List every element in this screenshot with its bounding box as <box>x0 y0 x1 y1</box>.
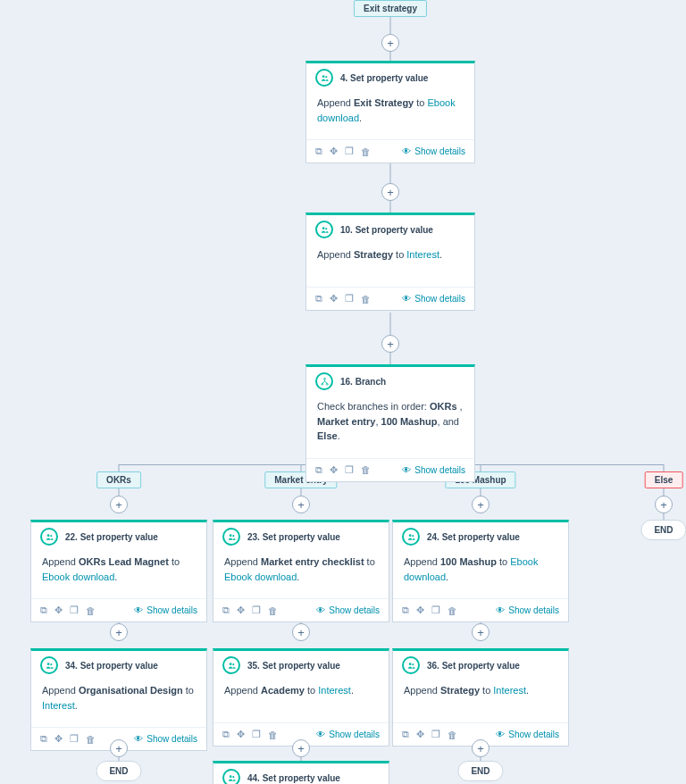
show-details-link[interactable]: 👁Show details <box>316 605 380 615</box>
workflow-card-22[interactable]: 22. Set property value Append OKRs Lead … <box>30 520 207 622</box>
show-details-link[interactable]: 👁Show details <box>134 734 197 744</box>
delete-icon[interactable]: 🗑 <box>268 605 278 616</box>
workflow-card-16-branch[interactable]: 16. Branch Check branches in order: OKRs… <box>305 364 475 482</box>
workflow-card-24[interactable]: 24. Set property value Append 100 Mashup… <box>392 520 569 622</box>
workflow-card-23[interactable]: 23. Set property value Append Market ent… <box>213 520 389 622</box>
svg-point-7 <box>46 534 49 537</box>
eye-icon: 👁 <box>316 730 325 739</box>
show-details-link[interactable]: 👁Show details <box>496 605 559 615</box>
add-step-button[interactable] <box>472 623 489 641</box>
move-icon[interactable]: ✥ <box>54 605 63 616</box>
copy-icon[interactable]: ⧉ <box>222 605 230 616</box>
clone-icon[interactable]: ❐ <box>345 464 354 476</box>
move-icon[interactable]: ✥ <box>330 146 338 157</box>
copy-icon[interactable]: ⧉ <box>315 146 322 157</box>
move-icon[interactable]: ✥ <box>237 729 245 740</box>
move-icon[interactable]: ✥ <box>416 729 424 740</box>
eye-icon: 👁 <box>316 605 325 615</box>
clone-icon[interactable]: ❐ <box>70 733 79 745</box>
workflow-card-44[interactable]: 44. Set property value Append Strategy t… <box>213 761 389 784</box>
copy-icon[interactable]: ⧉ <box>402 605 409 616</box>
show-details-link[interactable]: 👁Show details <box>496 730 559 739</box>
clone-icon[interactable]: ❐ <box>70 605 79 616</box>
clone-icon[interactable]: ❐ <box>431 605 440 616</box>
add-step-button[interactable] <box>292 739 310 757</box>
copy-icon[interactable]: ⧉ <box>222 729 230 740</box>
copy-icon[interactable]: ⧉ <box>315 293 322 304</box>
add-step-button[interactable] <box>381 335 399 353</box>
contacts-icon <box>222 656 240 674</box>
workflow-card-4[interactable]: 4. Set property value Append Exit Strate… <box>305 61 475 163</box>
label-text: Else <box>655 475 673 485</box>
show-details-link[interactable]: 👁 Show details <box>402 465 465 475</box>
clone-icon[interactable]: ❐ <box>252 605 261 616</box>
add-step-button[interactable] <box>110 623 128 641</box>
add-step-button[interactable] <box>472 739 489 757</box>
copy-icon[interactable]: ⧉ <box>402 729 409 740</box>
add-step-button[interactable] <box>292 496 310 513</box>
card-title: 10. Set property value <box>340 225 433 235</box>
show-details-link[interactable]: 👁Show details <box>134 605 197 615</box>
svg-point-0 <box>322 75 324 78</box>
eye-icon: 👁 <box>134 734 143 744</box>
svg-point-12 <box>412 535 414 537</box>
delete-icon[interactable]: 🗑 <box>86 734 96 745</box>
branch-label-okrs[interactable]: OKRs <box>96 471 141 488</box>
workflow-card-34[interactable]: 34. Set property value Append Organisati… <box>30 648 207 751</box>
svg-point-16 <box>232 663 234 665</box>
clone-icon[interactable]: ❐ <box>431 729 440 740</box>
workflow-card-35[interactable]: 35. Set property value Append Academy to… <box>213 648 389 746</box>
add-step-button[interactable] <box>381 183 399 201</box>
add-step-button[interactable] <box>110 496 128 513</box>
card-title: 44. Set property value <box>247 773 340 783</box>
card-body: Check branches in order: OKRs , Market e… <box>306 396 474 458</box>
svg-point-11 <box>408 534 411 537</box>
card-body: Append Market entry checklist to Ebook d… <box>213 551 389 598</box>
clone-icon[interactable]: ❐ <box>345 146 354 157</box>
move-icon[interactable]: ✥ <box>330 293 338 304</box>
show-details-link[interactable]: 👁 Show details <box>402 294 465 304</box>
copy-icon[interactable]: ⧉ <box>40 733 47 745</box>
move-icon[interactable]: ✥ <box>54 733 63 745</box>
delete-icon[interactable]: 🗑 <box>361 464 371 475</box>
copy-icon[interactable]: ⧉ <box>40 605 47 616</box>
eye-icon: 👁 <box>402 294 411 304</box>
contacts-icon <box>315 69 333 87</box>
label-text: OKRs <box>106 475 131 485</box>
delete-icon[interactable]: 🗑 <box>448 730 457 740</box>
show-details-link[interactable]: 👁Show details <box>316 730 380 739</box>
add-step-button[interactable] <box>472 496 489 513</box>
branch-label-exit-strategy[interactable]: Exit strategy <box>354 0 427 17</box>
clone-icon[interactable]: ❐ <box>252 729 261 740</box>
card-body: Append Strategy to Interest. <box>306 244 474 287</box>
contacts-icon <box>222 528 240 546</box>
workflow-card-36[interactable]: 36. Set property value Append Strategy t… <box>392 648 569 746</box>
delete-icon[interactable]: 🗑 <box>448 605 457 616</box>
card-title: 23. Set property value <box>247 532 340 542</box>
card-title: 16. Branch <box>340 377 386 387</box>
svg-point-15 <box>229 663 231 665</box>
delete-icon[interactable]: 🗑 <box>361 146 371 157</box>
move-icon[interactable]: ✥ <box>237 605 245 616</box>
svg-point-13 <box>46 663 49 665</box>
delete-icon[interactable]: 🗑 <box>268 730 278 740</box>
workflow-card-10[interactable]: 10. Set property value Append Strategy t… <box>305 213 475 311</box>
add-step-button[interactable] <box>381 34 399 52</box>
clone-icon[interactable]: ❐ <box>345 293 354 304</box>
copy-icon[interactable]: ⧉ <box>315 464 322 476</box>
delete-icon[interactable]: 🗑 <box>86 605 96 616</box>
delete-icon[interactable]: 🗑 <box>361 294 371 304</box>
svg-point-9 <box>229 534 231 537</box>
branch-icon <box>315 372 333 390</box>
add-step-button[interactable] <box>110 739 128 757</box>
add-step-button[interactable] <box>655 496 673 513</box>
add-step-button[interactable] <box>292 623 310 641</box>
card-body: Append Organisational Design to Interest… <box>31 680 206 727</box>
move-icon[interactable]: ✥ <box>330 464 338 476</box>
show-details-link[interactable]: 👁 Show details <box>402 146 465 156</box>
eye-icon: 👁 <box>402 465 411 475</box>
branch-label-else[interactable]: Else <box>645 471 683 488</box>
move-icon[interactable]: ✥ <box>416 605 424 616</box>
card-body: Append Academy to Interest. <box>213 680 389 722</box>
label-text: Exit strategy <box>364 4 417 13</box>
